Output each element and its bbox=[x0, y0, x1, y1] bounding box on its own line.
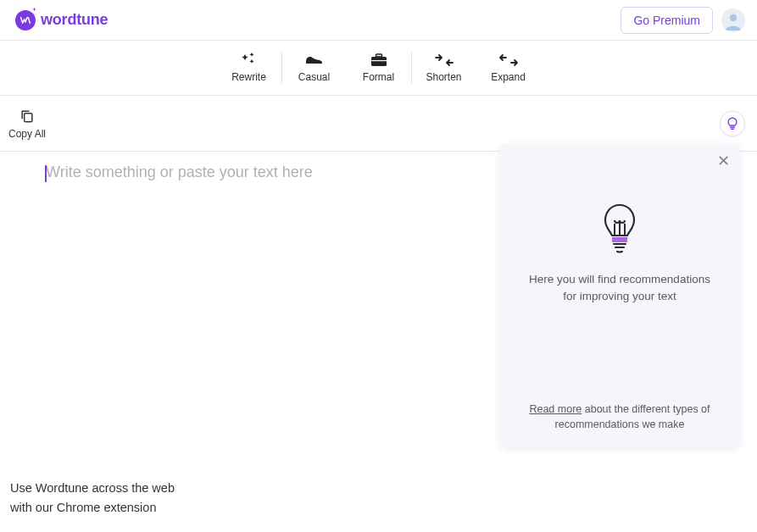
panel-footer: Read more about the different types of r… bbox=[515, 402, 725, 432]
lightbulb-large-icon bbox=[599, 202, 640, 256]
footer-line2: with our Chrome extension bbox=[10, 498, 175, 517]
lightbulb-icon bbox=[725, 116, 740, 131]
panel-message: Here you will find recommendations for i… bbox=[515, 271, 725, 304]
tool-label: Expand bbox=[491, 71, 526, 83]
footer-line1: Use Wordtune across the web bbox=[10, 479, 175, 497]
tool-shorten[interactable]: Shorten bbox=[412, 47, 476, 88]
avatar[interactable] bbox=[721, 8, 745, 32]
svg-rect-6 bbox=[612, 237, 627, 242]
logo-badge-icon bbox=[15, 10, 36, 30]
tool-label: Rewrite bbox=[231, 71, 266, 83]
tool-label: Formal bbox=[363, 71, 394, 83]
svg-rect-5 bbox=[25, 113, 32, 121]
copy-all-button[interactable]: Copy All bbox=[8, 108, 46, 140]
tool-casual[interactable]: Casual bbox=[282, 47, 347, 88]
read-more-link[interactable]: Read more bbox=[529, 403, 582, 415]
tool-rewrite[interactable]: Rewrite bbox=[217, 47, 281, 88]
close-icon[interactable]: ✕ bbox=[715, 152, 732, 169]
expand-icon bbox=[498, 53, 519, 68]
header: wordtune Go Premium bbox=[0, 0, 757, 41]
svg-rect-4 bbox=[371, 60, 387, 61]
shorten-icon bbox=[434, 53, 454, 68]
copy-all-label: Copy All bbox=[8, 128, 46, 140]
svg-rect-3 bbox=[376, 54, 381, 57]
tool-label: Shorten bbox=[426, 71, 461, 83]
go-premium-button[interactable]: Go Premium bbox=[621, 7, 713, 34]
text-caret bbox=[45, 165, 47, 182]
panel-message-line1: Here you will find recommendations bbox=[520, 271, 720, 288]
sneaker-icon bbox=[304, 53, 325, 68]
briefcase-icon bbox=[370, 53, 387, 68]
panel-message-line2: for improving your text bbox=[520, 288, 720, 305]
recommendations-panel: ✕ Here you will find recommendations for… bbox=[499, 144, 740, 447]
brand-logo[interactable]: wordtune bbox=[15, 10, 108, 30]
footer-note: Use Wordtune across the web with our Chr… bbox=[10, 479, 175, 517]
tool-formal[interactable]: Formal bbox=[347, 47, 411, 88]
brand-text: wordtune bbox=[41, 11, 108, 29]
tool-expand[interactable]: Expand bbox=[476, 47, 541, 88]
sparkles-icon bbox=[240, 53, 259, 68]
copy-icon bbox=[19, 108, 36, 125]
svg-point-0 bbox=[730, 14, 737, 20]
tool-label: Casual bbox=[298, 71, 330, 83]
svg-rect-1 bbox=[306, 64, 322, 65]
header-right: Go Premium bbox=[621, 7, 745, 34]
toolbar: Rewrite Casual Formal Shorten bbox=[0, 41, 757, 96]
svg-rect-2 bbox=[371, 57, 387, 66]
tips-button[interactable] bbox=[720, 111, 745, 136]
